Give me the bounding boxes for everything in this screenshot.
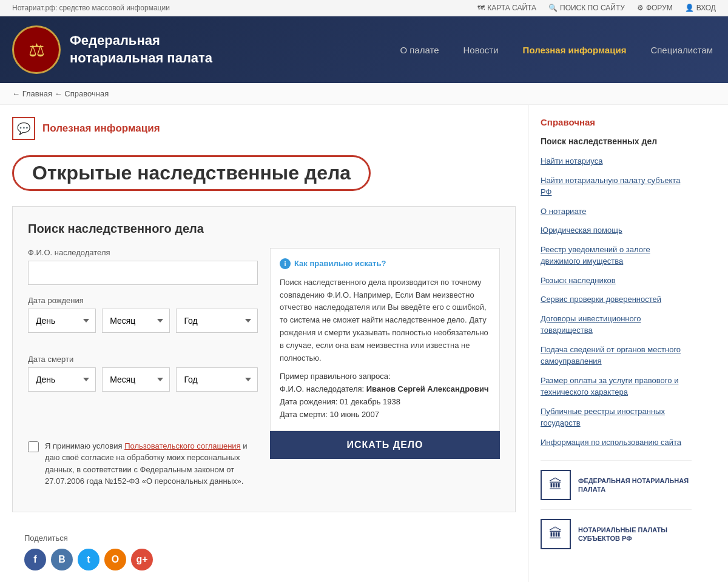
info-example: Пример правильного запроса: Ф.И.О. насле… xyxy=(280,370,490,421)
birth-day-group: День 12345678910 xyxy=(28,309,96,333)
nav-novosti[interactable]: Новости xyxy=(460,39,502,61)
site-title: Федеральная нотариальная палата xyxy=(70,32,240,67)
back-arrow-1: ← xyxy=(12,89,20,98)
logo-area: Федеральная нотариальная палата xyxy=(12,25,240,74)
share-facebook[interactable]: f xyxy=(24,549,46,570)
sidebar-link-o-notariate[interactable]: О нотариате xyxy=(541,206,692,218)
search-form-card: Поиск наследственного дела Ф.И.О. наслед… xyxy=(12,206,516,512)
main-nav: О палате Новости Полезная информация Спе… xyxy=(397,39,716,61)
birth-day-select[interactable]: День 12345678910 xyxy=(28,309,96,333)
death-day-select[interactable]: День 12345678910 xyxy=(28,367,96,392)
death-date-label: Дата смерти xyxy=(28,355,258,364)
sidebar-link-podacha-svedeniy[interactable]: Подача сведений от органов местного само… xyxy=(541,344,692,367)
info-box-title: i Как правильно искать? xyxy=(280,258,490,270)
header: Федеральная нотариальная палата О палате… xyxy=(0,16,728,83)
nav-spetsialistam[interactable]: Специалистам xyxy=(647,39,716,61)
sidebar-link-proverka-doverennostey[interactable]: Сервис проверки доверенностей xyxy=(541,293,692,306)
login-link[interactable]: 👤 ВХОД xyxy=(685,4,716,12)
form-title: Поиск наследственного дела xyxy=(28,222,500,236)
sidebar-link-reestr-zaloga[interactable]: Реестр уведомлений о залоге движимого им… xyxy=(541,244,692,267)
share-googleplus[interactable]: g+ xyxy=(131,549,153,570)
page-title-wrapper: Открытые наследственные дела xyxy=(12,155,371,191)
sidebar-logo-palaty: 🏛 НОТАРИАЛЬНЫЕ ПАЛАТЫ СУБЪЕКТОВ РФ xyxy=(541,509,692,549)
forum-icon: ⚙ xyxy=(637,4,644,12)
sidebar-link-publichnye-reestry[interactable]: Публичные реестры иностранных государств xyxy=(541,406,692,429)
birth-month-select[interactable]: Месяц ЯнварьФевральМартАпрельМайИюньИюль… xyxy=(102,309,170,333)
info-icon: i xyxy=(280,258,291,269)
breadcrumb-spravochnaya[interactable]: Справочная xyxy=(64,89,109,98)
example-birth: Дата рождения: 01 декабрь 1938 xyxy=(280,396,490,409)
share-label: Поделиться xyxy=(24,534,504,543)
fio-input[interactable] xyxy=(28,261,258,285)
search-icon: 🔍 xyxy=(548,4,558,12)
nav-o-palate[interactable]: О палате xyxy=(397,39,442,61)
sidebar-link-yuridicheskaya[interactable]: Юридическая помощь xyxy=(541,224,692,236)
map-icon: 🗺 xyxy=(477,4,485,12)
death-date-row: День 12345678910 Месяц ЯнварьФевральМарт… xyxy=(28,367,258,403)
example-death: Дата смерти: 10 июнь 2007 xyxy=(280,409,490,421)
sidebar-link-razmer-oplaty[interactable]: Размер оплаты за услуги правового и техн… xyxy=(541,375,692,398)
top-bar: Нотариат.рф: средство массовой информаци… xyxy=(0,0,728,16)
section-title: Полезная информация xyxy=(42,122,160,135)
birth-date-row: День 12345678910 Месяц ЯнварьФевральМарт… xyxy=(28,309,258,344)
sidebar-logo-fnp: 🏛 ФЕДЕРАЛЬНАЯ НОТАРИАЛЬНАЯ ПАЛАТА xyxy=(541,460,692,500)
death-date-group: Дата смерти День 12345678910 Месяц Январ xyxy=(28,355,258,403)
death-month-select[interactable]: Месяц ЯнварьФевральМартАпрельМайИюньИюль… xyxy=(102,367,170,392)
info-box: i Как правильно искать? Поиск наследстве… xyxy=(270,248,500,431)
fio-group: Ф.И.О. наследодателя xyxy=(28,248,258,285)
checkbox-area: Я принимаю условия Пользовательского сог… xyxy=(28,440,258,487)
submit-area: ИСКАТЬ ДЕЛО xyxy=(270,431,500,459)
breadcrumb: ← Главная ← Справочная xyxy=(0,83,728,105)
info-box-text: Поиск наследственного дела производится … xyxy=(280,276,490,365)
page-title: Открытые наследственные дела xyxy=(12,155,371,191)
top-bar-left-text: Нотариат.рф: средство массовой информаци… xyxy=(12,4,170,12)
birth-year-select[interactable]: Год 202320222021202020102007200019901980… xyxy=(176,309,258,333)
share-vkontakte[interactable]: В xyxy=(51,549,73,570)
fio-label: Ф.И.О. наследодателя xyxy=(28,248,258,257)
share-icons: f В t О g+ xyxy=(24,549,504,570)
share-odnoklassniki[interactable]: О xyxy=(104,549,126,570)
form-bottom-row: Я принимаю условия Пользовательского сог… xyxy=(28,431,500,497)
death-year-group: Год 202320222021202020102007200019901980… xyxy=(176,367,258,392)
content-area: 💬 Полезная информация Открытые наследств… xyxy=(0,105,528,582)
forum-link[interactable]: ⚙ ФОРУМ xyxy=(637,4,673,12)
sidebar-link-rozysk[interactable]: Розыск наследников xyxy=(541,275,692,287)
form-right-column: i Как правильно искать? Поиск наследстве… xyxy=(270,248,500,431)
sidebar-logos: 🏛 ФЕДЕРАЛЬНАЯ НОТАРИАЛЬНАЯ ПАЛАТА 🏛 НОТА… xyxy=(541,460,692,549)
nav-poleznaya-info[interactable]: Полезная информация xyxy=(520,39,630,61)
site-map-link[interactable]: 🗺 КАРТА САЙТА xyxy=(477,4,536,12)
death-day-group: День 12345678910 xyxy=(28,367,96,392)
main-layout: 💬 Полезная информация Открытые наследств… xyxy=(0,105,728,582)
share-section: Поделиться f В t О g+ xyxy=(12,524,516,580)
user-agreement-link[interactable]: Пользовательского соглашения xyxy=(124,441,241,450)
palaty-icon: 🏛 xyxy=(541,519,571,549)
death-month-group: Месяц ЯнварьФевральМартАпрельМайИюньИюль… xyxy=(102,367,170,392)
sidebar-link-dogovory[interactable]: Договоры инвестиционного товарищества xyxy=(541,313,692,336)
birth-date-group: Дата рождения День 12345678910 Месяц Янв xyxy=(28,296,258,344)
example-label: Пример правильного запроса: xyxy=(280,370,490,383)
section-icon: 💬 xyxy=(12,117,35,140)
checkbox-label: Я принимаю условия Пользовательского сог… xyxy=(45,440,258,487)
breadcrumb-home[interactable]: Главная xyxy=(22,89,52,98)
top-bar-links: 🗺 КАРТА САЙТА 🔍 ПОИСК ПО САЙТУ ⚙ ФОРУМ 👤… xyxy=(477,4,716,12)
sidebar-link-informatsiya[interactable]: Информация по использованию сайта xyxy=(541,436,692,449)
user-icon: 👤 xyxy=(685,4,694,12)
fnp-icon: 🏛 xyxy=(541,470,571,500)
search-link[interactable]: 🔍 ПОИСК ПО САЙТУ xyxy=(548,4,625,12)
logo-emblem xyxy=(12,25,61,74)
birth-month-group: Месяц ЯнварьФевральМартАпрельМайИюньИюль… xyxy=(102,309,170,333)
fnp-text: ФЕДЕРАЛЬНАЯ НОТАРИАЛЬНАЯ ПАЛАТА xyxy=(578,477,692,494)
sidebar-link-nayti-palatu[interactable]: Найти нотариальную палату субъекта РФ xyxy=(541,175,692,198)
palaty-text: НОТАРИАЛЬНЫЕ ПАЛАТЫ СУБЪЕКТОВ РФ xyxy=(578,526,692,543)
section-header: 💬 Полезная информация xyxy=(12,117,516,140)
death-year-select[interactable]: Год 202320222021202020102007200019901980… xyxy=(176,367,258,392)
agreement-checkbox[interactable] xyxy=(28,441,39,452)
search-button[interactable]: ИСКАТЬ ДЕЛО xyxy=(270,431,500,459)
birth-date-label: Дата рождения xyxy=(28,296,258,305)
sidebar-active-link: Поиск наследственных дел xyxy=(541,136,692,146)
share-twitter[interactable]: t xyxy=(78,549,99,570)
form-left-column: Ф.И.О. наследодателя Дата рождения День … xyxy=(28,248,258,431)
sidebar-link-nayti-notariusa[interactable]: Найти нотариуса xyxy=(541,155,692,167)
birth-year-group: Год 202320222021202020102007200019901980… xyxy=(176,309,258,333)
back-arrow-2: ← xyxy=(55,89,62,98)
